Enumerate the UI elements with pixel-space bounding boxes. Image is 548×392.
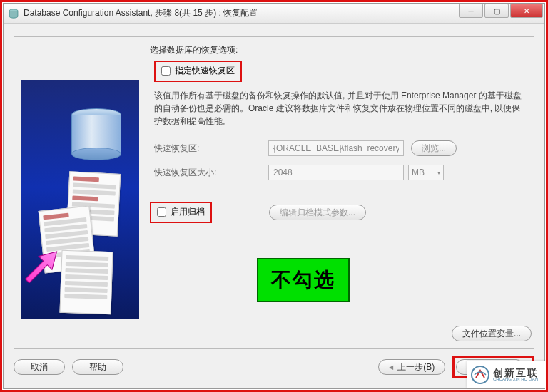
arrow-icon [21,244,57,272]
fast-recovery-checkbox[interactable]: 指定快速恢复区 [161,65,235,77]
wizard-button-bar: 取消 帮助 ◀ 上一步(B) 下一步(N) ▶ [14,356,534,378]
database-cylinder-icon [71,108,121,165]
window-title: Database Configuration Assistant, 步骤 8(共… [24,7,459,19]
annotation-green-box: 不勾选 [257,258,350,302]
annotation-highlight: 指定快速恢复区 [154,61,242,82]
archive-checkbox-input[interactable] [157,207,166,217]
close-button[interactable]: ✕ [510,4,543,18]
fast-recovery-checkbox-label: 指定快速恢复区 [175,65,235,77]
wizard-sidebar [21,80,139,319]
size-unit-select: MB ▾ [408,165,444,180]
fast-recovery-size-input [268,165,404,180]
back-button[interactable]: ◀ 上一步(B) [378,359,445,375]
svg-point-1 [472,366,489,383]
help-button[interactable]: 帮助 [72,359,123,375]
archive-checkbox[interactable]: 启用归档 [157,206,205,218]
chevron-down-icon: ▾ [437,170,440,176]
titlebar: Database Configuration Assistant, 步骤 8(共… [4,4,544,24]
fast-recovery-checkbox-input[interactable] [161,66,171,76]
description-text: 该值用作所有基于磁盘的备份和恢复操作的默认值, 并且对于使用 Enterpris… [154,89,527,128]
archive-checkbox-label: 启用归档 [171,206,205,218]
main-panel: 选择数据库的恢复选项: 指定快速恢复区 该值用作所有基于磁盘的备份和恢复操作的默… [14,36,534,349]
watermark-subtext: CHUANG XIN HU LIAN [493,377,539,381]
watermark-logo-icon [470,365,490,385]
cancel-button[interactable]: 取消 [14,359,65,375]
fast-recovery-size-label: 快速恢复区大小: [154,167,268,179]
archive-params-button: 编辑归档模式参数... [269,205,366,220]
paper-icon [59,250,113,314]
fast-recovery-area-label: 快速恢复区: [154,143,268,155]
browse-button: 浏览... [411,140,457,156]
section-title: 选择数据库的恢复选项: [150,44,527,56]
app-icon [8,8,19,19]
chevron-left-icon: ◀ [389,364,393,371]
watermark: 创新互联 CHUANG XIN HU LIAN [467,361,546,388]
maximize-button[interactable]: ▢ [484,4,509,18]
fast-recovery-area-input [268,140,404,156]
watermark-text: 创新互联 [493,368,539,377]
minimize-button[interactable]: ─ [459,4,483,18]
annotation-highlight: 启用归档 [150,202,212,223]
file-location-button[interactable]: 文件位置变量... [452,326,532,341]
